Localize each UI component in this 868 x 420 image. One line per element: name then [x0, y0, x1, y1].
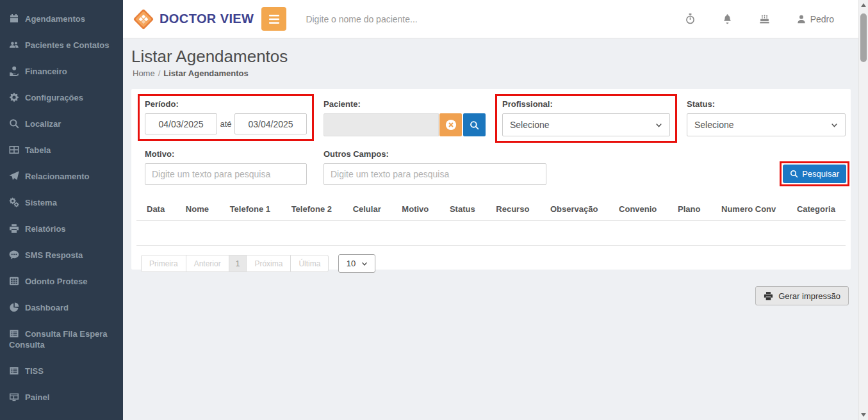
column-header-telefone-2: Telefone 2 — [291, 204, 332, 214]
sidebar-item-label: Consulta Fila Espera Consulta — [9, 329, 108, 350]
column-header-convenio: Convenio — [619, 204, 657, 214]
periodo-separator-label: até — [217, 119, 234, 129]
list-icon — [9, 366, 19, 376]
periodo-to-input[interactable] — [234, 113, 307, 134]
column-header-numero-conv: Numero Conv — [721, 204, 776, 214]
outros-campos-label: Outros Campos: — [323, 149, 546, 159]
profissional-label: Profissional: — [502, 99, 670, 109]
pagination-ultima-button[interactable]: Última — [290, 255, 329, 272]
comment-icon — [9, 250, 19, 260]
sidebar-item-sistema[interactable]: Sistema — [0, 190, 123, 216]
column-header-nome: Nome — [186, 204, 209, 214]
print-button[interactable]: Gerar impressão — [755, 286, 849, 305]
triangle-up-icon — [861, 3, 866, 7]
periodo-label: Período: — [145, 99, 307, 109]
scrollbar-thumb[interactable] — [860, 13, 867, 62]
sidebar-item-label: Localizar — [25, 119, 61, 129]
printer-icon — [764, 291, 773, 301]
hamburger-icon — [268, 15, 280, 24]
vertical-scrollbar — [858, 0, 868, 420]
column-header-telefone-1: Telefone 1 — [230, 204, 270, 214]
breadcrumb-home-link[interactable]: Home — [133, 69, 155, 78]
motivo-field: Motivo: — [138, 144, 314, 191]
column-header-plano: Plano — [678, 204, 700, 214]
sidebar: AgendamentosPacientes e ContatosFinancei… — [0, 0, 123, 420]
birthdays-button[interactable] — [759, 13, 770, 24]
search-icon — [470, 120, 479, 130]
triangle-down-icon — [861, 413, 866, 417]
sidebar-item-tabela[interactable]: Tabela — [0, 137, 123, 163]
sidebar-item-label: TISS — [25, 366, 44, 376]
paciente-input[interactable] — [323, 113, 439, 136]
pagination-anterior-button[interactable]: Anterior — [186, 255, 229, 272]
sidebar-item-agendamentos[interactable]: Agendamentos — [0, 6, 123, 32]
sidebar-item-label: Relatórios — [25, 224, 66, 234]
column-header-data: Data — [147, 204, 165, 214]
sidebar-item-tiss[interactable]: TISS — [0, 358, 123, 384]
column-header-recurso: Recurso — [496, 204, 529, 214]
patient-search-input[interactable] — [306, 14, 511, 24]
pagination-proxima-button[interactable]: Próxima — [246, 255, 291, 272]
list-icon — [9, 328, 19, 339]
table-icon — [9, 145, 19, 155]
outros-campos-input[interactable] — [323, 163, 546, 185]
motivo-input[interactable] — [145, 163, 307, 185]
breadcrumb-separator: / — [158, 69, 161, 78]
user-menu[interactable]: Pedro — [796, 14, 834, 24]
paciente-label: Paciente: — [323, 99, 486, 109]
pesquisar-button-highlight: Pesquisar — [780, 161, 849, 186]
sidebar-item-dashboard[interactable]: Dashboard — [0, 295, 123, 321]
sidebar-item-sms-resposta[interactable]: SMS Resposta — [0, 242, 123, 268]
notifications-button[interactable] — [722, 13, 733, 24]
sidebar-item-relatorios[interactable]: Relatórios — [0, 216, 123, 242]
scrollbar-up-button[interactable] — [859, 1, 868, 10]
search-icon — [9, 118, 19, 129]
pesquisar-button-label: Pesquisar — [802, 169, 839, 179]
pagination-1-button[interactable]: 1 — [229, 255, 247, 272]
main-column: DOCTOR VIEW Pedro — [123, 0, 858, 420]
motivo-label: Motivo: — [145, 149, 307, 159]
status-label: Status: — [687, 99, 846, 109]
sidebar-item-pacientes-e-contatos[interactable]: Pacientes e Contatos — [0, 32, 123, 58]
pagination: PrimeiraAnterior1PróximaÚltima 10 — [141, 254, 846, 273]
sidebar-item-localizar[interactable]: Localizar — [0, 111, 123, 137]
filters-panel: Período: até Paciente: — [131, 89, 851, 270]
page-size-select[interactable]: 10 — [338, 254, 375, 273]
app-window: AgendamentosPacientes e ContatosFinancei… — [0, 0, 868, 420]
filters-row-2: Motivo: Outros Campos: Pesquisar — [136, 144, 846, 191]
money-hand-icon — [9, 66, 19, 76]
periodo-field-highlight: Período: até — [138, 94, 314, 141]
sidebar-item-label: Agendamentos — [25, 14, 85, 24]
brand-name: DOCTOR VIEW — [160, 12, 254, 26]
stopwatch-button[interactable] — [685, 13, 696, 24]
status-select-value: Selecione — [694, 120, 734, 130]
sidebar-item-odonto-protese[interactable]: Odonto Protese — [0, 268, 123, 295]
sidebar-item-financeiro[interactable]: Financeiro — [0, 58, 123, 85]
paciente-search-button[interactable] — [463, 113, 486, 136]
brand-diamond-icon — [132, 8, 155, 31]
pagination-primeira-button[interactable]: Primeira — [141, 255, 186, 272]
scrollbar-down-button[interactable] — [859, 410, 868, 419]
paciente-clear-button[interactable] — [439, 113, 462, 136]
sidebar-item-label: Dashboard — [25, 303, 69, 312]
results-table-empty-body — [136, 221, 846, 246]
stopwatch-icon — [685, 13, 696, 24]
sidebar-toggle-button[interactable] — [261, 7, 286, 31]
sidebar-item-label: Relacionamento — [25, 172, 89, 181]
filters-row-1: Período: até Paciente: — [136, 94, 846, 143]
sidebar-item-label: Pacientes e Contatos — [25, 40, 110, 50]
sidebar-item-relacionamento[interactable]: Relacionamento — [0, 163, 123, 190]
sidebar-item-painel[interactable]: Painel — [0, 384, 123, 410]
column-header-categoria: Categoria — [797, 204, 835, 214]
periodo-from-input[interactable] — [145, 113, 217, 134]
pesquisar-button[interactable]: Pesquisar — [783, 165, 846, 183]
sidebar-item-configuracoes[interactable]: Configurações — [0, 85, 123, 111]
users-icon — [9, 40, 19, 50]
sidebar-item-consulta-fila-espera-consulta[interactable]: Consulta Fila Espera Consulta — [0, 321, 123, 358]
status-select[interactable]: Selecione — [687, 113, 846, 136]
column-header-celular: Celular — [353, 204, 381, 214]
gears-icon — [9, 197, 19, 207]
profissional-select[interactable]: Selecione — [502, 113, 670, 136]
results-table-header: DataNomeTelefone 1Telefone 2CelularMotiv… — [136, 199, 846, 221]
bell-icon — [722, 13, 733, 24]
